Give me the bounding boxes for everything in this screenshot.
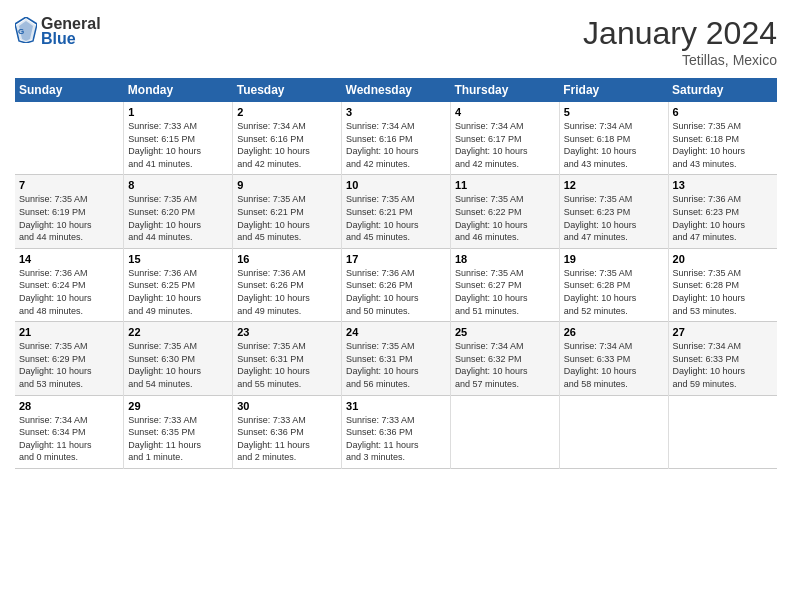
calendar-cell: 1Sunrise: 7:33 AM Sunset: 6:15 PM Daylig… (124, 102, 233, 175)
day-number: 29 (128, 400, 228, 412)
day-info: Sunrise: 7:34 AM Sunset: 6:16 PM Dayligh… (346, 120, 446, 170)
calendar-cell: 11Sunrise: 7:35 AM Sunset: 6:22 PM Dayli… (450, 175, 559, 248)
day-number: 1 (128, 106, 228, 118)
day-info: Sunrise: 7:34 AM Sunset: 6:16 PM Dayligh… (237, 120, 337, 170)
day-info: Sunrise: 7:33 AM Sunset: 6:35 PM Dayligh… (128, 414, 228, 464)
day-number: 23 (237, 326, 337, 338)
day-info: Sunrise: 7:36 AM Sunset: 6:23 PM Dayligh… (673, 193, 773, 243)
weekday-header-tuesday: Tuesday (233, 78, 342, 102)
week-row-2: 7Sunrise: 7:35 AM Sunset: 6:19 PM Daylig… (15, 175, 777, 248)
title-block: January 2024 Tetillas, Mexico (583, 15, 777, 68)
day-info: Sunrise: 7:35 AM Sunset: 6:18 PM Dayligh… (673, 120, 773, 170)
calendar-cell: 16Sunrise: 7:36 AM Sunset: 6:26 PM Dayli… (233, 248, 342, 321)
day-number: 14 (19, 253, 119, 265)
location-subtitle: Tetillas, Mexico (583, 52, 777, 68)
calendar-table: SundayMondayTuesdayWednesdayThursdayFrid… (15, 78, 777, 469)
calendar-cell: 29Sunrise: 7:33 AM Sunset: 6:35 PM Dayli… (124, 395, 233, 468)
day-info: Sunrise: 7:35 AM Sunset: 6:31 PM Dayligh… (237, 340, 337, 390)
day-number: 25 (455, 326, 555, 338)
calendar-cell: 20Sunrise: 7:35 AM Sunset: 6:28 PM Dayli… (668, 248, 777, 321)
day-info: Sunrise: 7:33 AM Sunset: 6:36 PM Dayligh… (346, 414, 446, 464)
svg-text:G: G (18, 27, 24, 36)
logo-icon: G (15, 17, 37, 43)
day-info: Sunrise: 7:35 AM Sunset: 6:27 PM Dayligh… (455, 267, 555, 317)
day-info: Sunrise: 7:34 AM Sunset: 6:32 PM Dayligh… (455, 340, 555, 390)
day-info: Sunrise: 7:35 AM Sunset: 6:29 PM Dayligh… (19, 340, 119, 390)
calendar-cell: 19Sunrise: 7:35 AM Sunset: 6:28 PM Dayli… (559, 248, 668, 321)
calendar-cell: 26Sunrise: 7:34 AM Sunset: 6:33 PM Dayli… (559, 322, 668, 395)
month-title: January 2024 (583, 15, 777, 52)
day-info: Sunrise: 7:35 AM Sunset: 6:19 PM Dayligh… (19, 193, 119, 243)
day-number: 11 (455, 179, 555, 191)
day-number: 15 (128, 253, 228, 265)
day-info: Sunrise: 7:34 AM Sunset: 6:33 PM Dayligh… (673, 340, 773, 390)
day-number: 18 (455, 253, 555, 265)
calendar-cell: 6Sunrise: 7:35 AM Sunset: 6:18 PM Daylig… (668, 102, 777, 175)
day-info: Sunrise: 7:35 AM Sunset: 6:30 PM Dayligh… (128, 340, 228, 390)
day-number: 20 (673, 253, 773, 265)
calendar-cell: 22Sunrise: 7:35 AM Sunset: 6:30 PM Dayli… (124, 322, 233, 395)
calendar-cell: 3Sunrise: 7:34 AM Sunset: 6:16 PM Daylig… (342, 102, 451, 175)
calendar-cell: 12Sunrise: 7:35 AM Sunset: 6:23 PM Dayli… (559, 175, 668, 248)
day-number: 19 (564, 253, 664, 265)
calendar-cell: 27Sunrise: 7:34 AM Sunset: 6:33 PM Dayli… (668, 322, 777, 395)
week-row-1: 1Sunrise: 7:33 AM Sunset: 6:15 PM Daylig… (15, 102, 777, 175)
page-container: G General Blue January 2024 Tetillas, Me… (0, 0, 792, 479)
day-info: Sunrise: 7:34 AM Sunset: 6:18 PM Dayligh… (564, 120, 664, 170)
weekday-header-wednesday: Wednesday (342, 78, 451, 102)
day-number: 17 (346, 253, 446, 265)
day-info: Sunrise: 7:36 AM Sunset: 6:26 PM Dayligh… (237, 267, 337, 317)
weekday-header-saturday: Saturday (668, 78, 777, 102)
calendar-cell: 8Sunrise: 7:35 AM Sunset: 6:20 PM Daylig… (124, 175, 233, 248)
day-info: Sunrise: 7:34 AM Sunset: 6:33 PM Dayligh… (564, 340, 664, 390)
weekday-header-monday: Monday (124, 78, 233, 102)
day-info: Sunrise: 7:35 AM Sunset: 6:28 PM Dayligh… (564, 267, 664, 317)
day-number: 13 (673, 179, 773, 191)
day-number: 28 (19, 400, 119, 412)
weekday-header-friday: Friday (559, 78, 668, 102)
calendar-cell (668, 395, 777, 468)
calendar-cell: 14Sunrise: 7:36 AM Sunset: 6:24 PM Dayli… (15, 248, 124, 321)
calendar-cell: 5Sunrise: 7:34 AM Sunset: 6:18 PM Daylig… (559, 102, 668, 175)
day-number: 6 (673, 106, 773, 118)
calendar-cell: 31Sunrise: 7:33 AM Sunset: 6:36 PM Dayli… (342, 395, 451, 468)
calendar-cell: 4Sunrise: 7:34 AM Sunset: 6:17 PM Daylig… (450, 102, 559, 175)
day-number: 4 (455, 106, 555, 118)
day-info: Sunrise: 7:33 AM Sunset: 6:15 PM Dayligh… (128, 120, 228, 170)
calendar-cell: 7Sunrise: 7:35 AM Sunset: 6:19 PM Daylig… (15, 175, 124, 248)
calendar-cell (450, 395, 559, 468)
logo: G General Blue (15, 15, 101, 48)
calendar-cell (15, 102, 124, 175)
week-row-3: 14Sunrise: 7:36 AM Sunset: 6:24 PM Dayli… (15, 248, 777, 321)
header: G General Blue January 2024 Tetillas, Me… (15, 15, 777, 68)
weekday-header-thursday: Thursday (450, 78, 559, 102)
day-number: 5 (564, 106, 664, 118)
calendar-cell: 28Sunrise: 7:34 AM Sunset: 6:34 PM Dayli… (15, 395, 124, 468)
day-info: Sunrise: 7:35 AM Sunset: 6:21 PM Dayligh… (346, 193, 446, 243)
day-info: Sunrise: 7:36 AM Sunset: 6:24 PM Dayligh… (19, 267, 119, 317)
calendar-cell: 18Sunrise: 7:35 AM Sunset: 6:27 PM Dayli… (450, 248, 559, 321)
day-number: 10 (346, 179, 446, 191)
calendar-cell: 15Sunrise: 7:36 AM Sunset: 6:25 PM Dayli… (124, 248, 233, 321)
day-info: Sunrise: 7:36 AM Sunset: 6:25 PM Dayligh… (128, 267, 228, 317)
day-number: 21 (19, 326, 119, 338)
day-number: 30 (237, 400, 337, 412)
calendar-cell (559, 395, 668, 468)
day-info: Sunrise: 7:33 AM Sunset: 6:36 PM Dayligh… (237, 414, 337, 464)
week-row-4: 21Sunrise: 7:35 AM Sunset: 6:29 PM Dayli… (15, 322, 777, 395)
day-number: 24 (346, 326, 446, 338)
day-number: 31 (346, 400, 446, 412)
calendar-cell: 25Sunrise: 7:34 AM Sunset: 6:32 PM Dayli… (450, 322, 559, 395)
calendar-cell: 21Sunrise: 7:35 AM Sunset: 6:29 PM Dayli… (15, 322, 124, 395)
day-info: Sunrise: 7:34 AM Sunset: 6:34 PM Dayligh… (19, 414, 119, 464)
calendar-cell: 13Sunrise: 7:36 AM Sunset: 6:23 PM Dayli… (668, 175, 777, 248)
calendar-cell: 10Sunrise: 7:35 AM Sunset: 6:21 PM Dayli… (342, 175, 451, 248)
day-number: 2 (237, 106, 337, 118)
day-info: Sunrise: 7:35 AM Sunset: 6:21 PM Dayligh… (237, 193, 337, 243)
day-number: 16 (237, 253, 337, 265)
calendar-cell: 9Sunrise: 7:35 AM Sunset: 6:21 PM Daylig… (233, 175, 342, 248)
day-number: 12 (564, 179, 664, 191)
weekday-header-sunday: Sunday (15, 78, 124, 102)
calendar-cell: 2Sunrise: 7:34 AM Sunset: 6:16 PM Daylig… (233, 102, 342, 175)
day-number: 9 (237, 179, 337, 191)
